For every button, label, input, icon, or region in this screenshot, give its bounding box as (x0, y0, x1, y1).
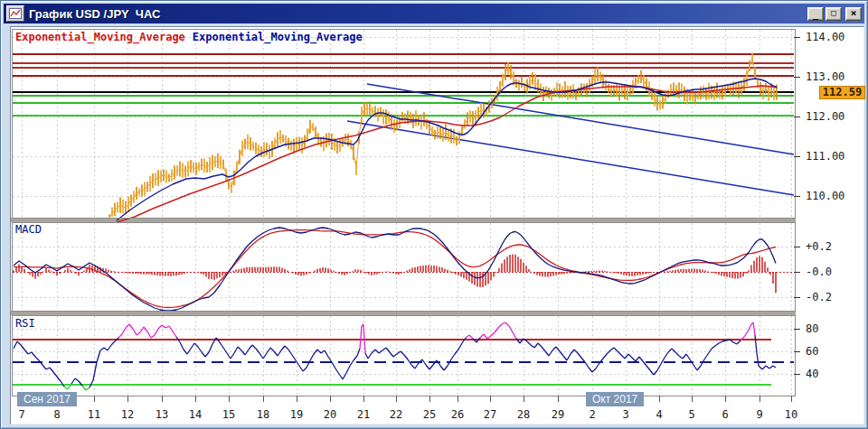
time-axis-label: 26 (445, 408, 470, 421)
time-axis-label: 20 (317, 408, 343, 421)
time-axis-label: 29 (545, 408, 571, 421)
indicator-legend: Exponential_Moving_AverageExponential_Mo… (15, 31, 363, 43)
time-axis-label: 2 (580, 408, 605, 421)
price-axis-label: 111.00 (806, 150, 862, 163)
time-axis-label: 22 (383, 408, 409, 421)
time-axis-label: 10 (778, 408, 804, 421)
time-axis-label: 25 (417, 408, 442, 421)
rsi-axis-label: 60 (806, 345, 862, 358)
time-axis-label: 13 (149, 408, 175, 421)
price-axis-label: 114.00 (806, 31, 862, 43)
macd-label: MACD (15, 223, 42, 236)
time-axis-label: 8 (44, 408, 70, 421)
chart-window: График USD /JPY ЧАС _ □ × Exponential_Mo… (0, 0, 868, 429)
legend-ema-slow: Exponential_Moving_Average (193, 31, 363, 43)
rsi-axis-label: 40 (806, 368, 862, 380)
chart-canvas[interactable] (1, 1, 868, 429)
rsi-axis-label: 80 (806, 322, 862, 335)
current-price-badge: 112.59 (819, 86, 865, 99)
price-axis-label: 112.00 (806, 110, 862, 123)
time-axis-label: 5 (679, 408, 704, 421)
rsi-label: RSI (15, 317, 35, 330)
time-axis-label: 21 (351, 408, 376, 421)
macd-axis-label: +0.2 (806, 240, 862, 253)
price-axis-label: 113.00 (806, 70, 862, 83)
time-axis-label: 7 (9, 408, 34, 421)
time-axis-label: 9 (747, 408, 772, 421)
time-axis-label: 28 (511, 408, 536, 421)
time-axis-label: 3 (613, 408, 638, 421)
price-axis-label: 110.00 (806, 190, 862, 202)
macd-axis-label: -0.2 (806, 291, 862, 303)
time-axis-label: 6 (712, 408, 738, 421)
time-axis-label: 27 (477, 408, 503, 421)
macd-axis-label: -0.0 (806, 266, 862, 278)
month-badge-oct: Окт 2017 (586, 392, 644, 406)
time-axis-label: 4 (646, 408, 672, 421)
time-axis-label: 19 (284, 408, 309, 421)
time-axis-label: 15 (216, 408, 241, 421)
time-axis-label: 14 (183, 408, 208, 421)
month-badge-sep: Сен 2017 (17, 392, 77, 406)
legend-ema-fast: Exponential_Moving_Average (15, 31, 185, 43)
time-axis-label: 12 (115, 408, 140, 421)
time-axis-label: 18 (250, 408, 276, 421)
time-axis-label: 11 (81, 408, 107, 421)
